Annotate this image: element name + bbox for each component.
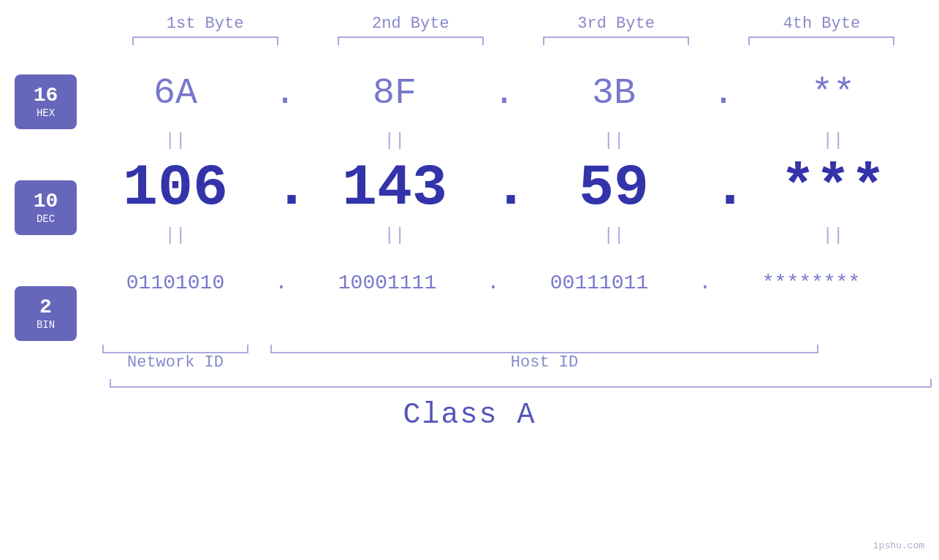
badge-hex-number: 16 (34, 85, 58, 106)
full-bottom-bracket (110, 379, 932, 388)
eq-cell-2a: || (296, 131, 493, 150)
eq-cell-3a: || (515, 131, 712, 150)
badge-hex-label: HEX (37, 107, 55, 119)
bracket-top-4 (748, 37, 894, 45)
dec-cell-1: 106 (77, 155, 274, 221)
dec-row: 106 . 143 . 59 . *** (77, 155, 932, 220)
eq-cell-2b: || (296, 226, 493, 245)
badge-bin-number: 2 (39, 297, 52, 318)
bracket-bottom-host (270, 345, 818, 353)
eq-cell-1b: || (77, 226, 274, 245)
bracket-top-1 (132, 37, 278, 45)
bracket-top-3 (543, 37, 689, 45)
main-container: 1st Byte 2nd Byte 3rd Byte 4th Byte 16 H… (0, 0, 939, 560)
dec-val-3: 59 (579, 155, 649, 221)
equals-row-2: || || || || (77, 220, 932, 250)
rows-wrapper: 6A . 8F . 3B . ** || || (77, 53, 932, 315)
badge-dec: 10 DEC (15, 180, 77, 235)
bin-cell-4: ******** (712, 272, 910, 294)
badge-dec-label: DEC (37, 213, 55, 225)
hex-dot-2: . (493, 72, 515, 114)
bin-val-3: 00111011 (550, 272, 648, 294)
bracket-top-2 (338, 37, 484, 45)
hex-val-2: 8F (373, 72, 417, 114)
dec-val-2: 143 (342, 155, 447, 221)
bin-cell-1: 01101010 (77, 272, 274, 294)
bin-val-4: ******** (762, 272, 860, 294)
equals-row-1: || || || || (77, 126, 932, 155)
byte-label-1: 1st Byte (107, 15, 304, 33)
dec-cell-2: 143 (296, 155, 493, 221)
bin-dot-1: . (274, 272, 289, 294)
hex-cell-3: 3B (515, 72, 712, 114)
badge-hex: 16 HEX (15, 74, 77, 129)
badge-bin-label: BIN (37, 319, 55, 331)
dec-dot-2: . (493, 155, 515, 221)
bracket-bottom-network (102, 345, 248, 353)
badge-dec-number: 10 (34, 191, 58, 212)
bin-dot-2: . (486, 272, 501, 294)
hex-dot-1: . (274, 72, 296, 114)
dec-dot-1: . (274, 155, 296, 221)
eq-cell-1a: || (77, 131, 274, 150)
bin-cell-2: 10001111 (289, 272, 486, 294)
network-id-label: Network ID (102, 353, 248, 372)
hex-cell-4: ** (734, 72, 932, 114)
hex-cell-1: 6A (77, 72, 274, 114)
bin-row: 01101010 . 10001111 . 00111011 . *******… (77, 250, 932, 315)
bottom-section: Network ID Host ID (0, 345, 939, 372)
bin-val-2: 10001111 (338, 272, 436, 294)
byte-label-2: 2nd Byte (312, 15, 509, 33)
bottom-brackets-row: Network ID Host ID (102, 345, 924, 372)
eq-cell-4b: || (734, 226, 932, 245)
dec-cell-4: *** (734, 155, 932, 221)
hex-val-3: 3B (592, 72, 636, 114)
hex-cell-2: 8F (296, 72, 493, 114)
bin-val-1: 01101010 (126, 272, 224, 294)
badges-column: 16 HEX 10 DEC 2 BIN (15, 74, 77, 341)
class-label-row: Class A (0, 399, 939, 431)
byte-label-3: 3rd Byte (517, 15, 715, 33)
eq-cell-4a: || (734, 131, 932, 150)
byte-header-row: 1st Byte 2nd Byte 3rd Byte 4th Byte (0, 15, 939, 33)
bin-dot-3: . (698, 272, 712, 294)
hex-val-4: ** (811, 72, 855, 114)
host-id-label: Host ID (270, 353, 818, 372)
content-area: 16 HEX 10 DEC 2 BIN 6A . 8F (0, 53, 939, 341)
top-bracket-row (0, 37, 939, 45)
hex-val-1: 6A (153, 72, 197, 114)
dec-dot-3: . (712, 155, 734, 221)
hex-dot-3: . (712, 72, 734, 114)
dec-cell-3: 59 (515, 155, 712, 221)
class-a-label: Class A (403, 399, 536, 431)
byte-label-4: 4th Byte (723, 15, 920, 33)
dec-val-4: *** (780, 155, 886, 221)
bin-cell-3: 00111011 (501, 272, 698, 294)
watermark: ipshu.com (873, 540, 924, 551)
hex-row: 6A . 8F . 3B . ** (77, 60, 932, 126)
dec-val-1: 106 (123, 155, 228, 221)
badge-bin: 2 BIN (15, 286, 77, 341)
eq-cell-3b: || (515, 226, 712, 245)
